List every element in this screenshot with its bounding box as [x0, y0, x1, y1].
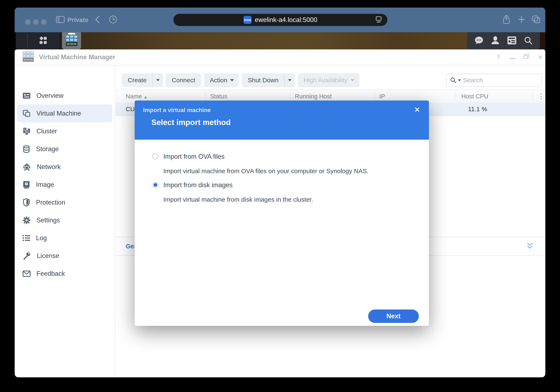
search-icon — [450, 77, 456, 84]
url-text: ewelink-a4.local:5000 — [255, 16, 317, 24]
shutdown-dropdown-icon[interactable] — [284, 73, 295, 87]
main-menu-icon[interactable] — [38, 35, 48, 46]
sidebar-item-cluster[interactable]: Cluster — [17, 122, 112, 140]
user-icon[interactable] — [491, 36, 500, 46]
vmm-titlebar: Virtual Machine Manager ? ✕ — [15, 50, 545, 65]
radio-label[interactable]: Import from OVA files — [163, 153, 224, 161]
radio-description: Import virtual machine from OVA files on… — [163, 168, 369, 175]
macos-screen: Private DSM ewelink-a4.local:5000 — [0, 0, 560, 392]
vm-name-cell: CU — [126, 106, 135, 113]
new-tab-icon[interactable] — [517, 15, 526, 24]
column-header-name[interactable]: Name ▲ — [126, 93, 147, 100]
radio-label[interactable]: Import from disk images — [163, 181, 233, 189]
vmm-title-icon — [22, 51, 35, 62]
address-bar[interactable]: DSM ewelink-a4.local:5000 — [173, 14, 387, 26]
sidebar-label: Network — [37, 163, 61, 171]
dialog-heading: Select import method — [151, 118, 230, 127]
sidebar-item-network[interactable]: Network — [17, 158, 112, 176]
sidebar-label: Overview — [36, 92, 63, 100]
radio-import-ova[interactable] — [152, 153, 159, 160]
share-icon[interactable] — [502, 15, 510, 25]
page-settings-icon[interactable] — [375, 16, 382, 24]
taskbar-app-vmm[interactable] — [62, 32, 81, 50]
dialog-close-icon[interactable]: ✕ — [414, 106, 420, 114]
column-header-host-cpu[interactable]: Host CPU — [461, 93, 488, 100]
dialog-title: Import a virtual machine — [143, 107, 211, 113]
sidebar-label: Log — [36, 234, 47, 242]
sidebar-label: Settings — [36, 217, 60, 224]
taskbar-right — [467, 32, 540, 50]
sidebar-item-image[interactable]: Image — [17, 176, 112, 193]
column-header-ip[interactable]: IP — [379, 93, 385, 100]
column-header-status[interactable]: Status — [210, 93, 227, 100]
radio-description: Import virtual machine from disk images … — [163, 196, 313, 203]
create-button[interactable]: Create — [122, 73, 163, 87]
window-title: Virtual Machine Manager — [39, 53, 115, 61]
search-filter-caret[interactable] — [458, 79, 461, 81]
chevron-down-icon — [350, 79, 354, 81]
sidebar-label: Storage — [36, 145, 59, 153]
back-icon[interactable] — [95, 15, 100, 24]
dialog-header: Import a virtual machine ✕ Select import… — [135, 101, 429, 140]
next-button[interactable]: Next — [368, 310, 419, 323]
sidebar-label: Feedback — [36, 270, 65, 277]
close-button[interactable]: ✕ — [536, 54, 544, 61]
vmm-sidebar: Overview Virtual Machine Cluster Storage — [15, 65, 115, 377]
vm-search-box[interactable] — [446, 74, 541, 87]
radio-import-disk-images[interactable] — [152, 182, 159, 188]
close-traffic-light[interactable] — [25, 19, 30, 25]
sidebar-label: Protection — [36, 199, 65, 206]
sidebar-item-feedback[interactable]: Feedback — [17, 265, 112, 282]
private-badge: Private — [67, 16, 88, 23]
sidebar-label: Image — [36, 181, 54, 189]
collapse-icon[interactable] — [526, 242, 534, 251]
help-button[interactable]: ? — [494, 54, 503, 61]
sidebar-item-virtual-machine[interactable]: Virtual Machine — [17, 104, 112, 122]
sidebar-toggle-icon[interactable] — [56, 16, 65, 24]
maximize-button[interactable] — [522, 54, 530, 61]
search-icon[interactable] — [524, 36, 533, 46]
sidebar-item-license[interactable]: License — [17, 247, 112, 265]
chevron-down-icon — [230, 79, 234, 81]
shutdown-button[interactable]: Shut Down — [242, 73, 295, 87]
tab-overview-icon[interactable] — [531, 15, 541, 25]
action-toolbar: Create Connect Action Shut Down — [122, 73, 541, 87]
minimize-button[interactable] — [508, 54, 517, 61]
import-vm-dialog: Import a virtual machine ✕ Select import… — [135, 101, 429, 326]
action-dropdown-button[interactable]: Action — [204, 73, 239, 87]
taskbar-left — [16, 32, 59, 50]
vmm-app-icon — [65, 35, 78, 47]
site-favicon: DSM — [244, 16, 251, 24]
active-app-indicator — [68, 33, 75, 35]
host-cpu-cell: 11.1 % — [468, 106, 487, 113]
sidebar-item-overview[interactable]: Overview — [17, 87, 112, 104]
minimize-traffic-light[interactable] — [33, 19, 39, 25]
sidebar-item-storage[interactable]: Storage — [17, 140, 112, 158]
history-icon[interactable] — [109, 15, 118, 25]
sort-asc-icon: ▲ — [143, 95, 147, 99]
sidebar-label: License — [37, 252, 59, 260]
chat-icon[interactable] — [474, 36, 484, 46]
sidebar-item-log[interactable]: Log — [17, 229, 112, 247]
zoom-traffic-light[interactable] — [41, 19, 47, 25]
search-input[interactable] — [463, 76, 537, 84]
create-dropdown-icon[interactable] — [152, 73, 163, 87]
sidebar-item-protection[interactable]: Protection — [17, 193, 112, 211]
high-availability-button: High Availability — [298, 73, 359, 87]
taskbar-divider — [27, 34, 28, 47]
widgets-icon[interactable] — [507, 36, 517, 46]
sidebar-item-settings[interactable]: Settings — [17, 211, 112, 229]
column-header-running-host[interactable]: Running Host — [295, 93, 332, 100]
column-settings-icon[interactable]: ⋮ — [538, 92, 544, 100]
browser-toolbar: Private DSM ewelink-a4.local:5000 — [15, 8, 545, 32]
connect-button[interactable]: Connect — [166, 73, 201, 87]
sidebar-label: Virtual Machine — [36, 110, 81, 117]
sidebar-label: Cluster — [36, 128, 57, 135]
